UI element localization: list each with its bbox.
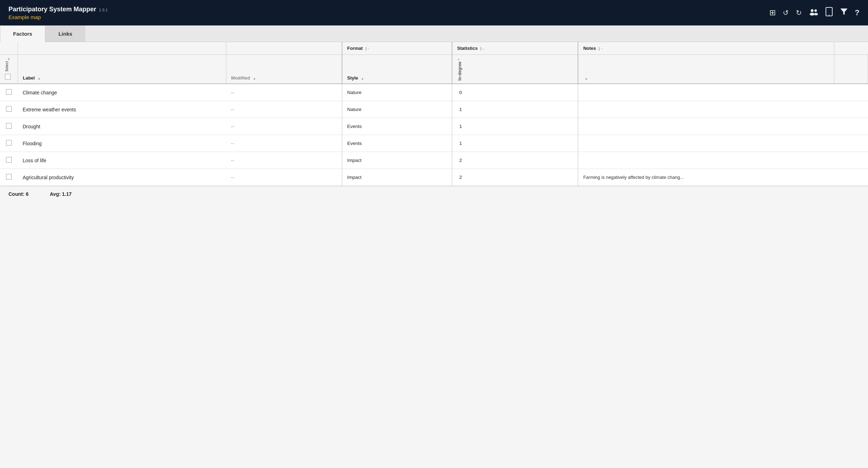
row-checkbox[interactable] (6, 106, 12, 112)
factors-table: Format |→ Statistics |→ Notes |→ ▲ Selec… (0, 42, 868, 186)
row-spacer-cell (834, 152, 868, 169)
table-row: Flooding -- Events 1 (0, 135, 868, 152)
spacer-col-group (834, 42, 868, 55)
modified-col-header[interactable]: Modified ▲ (226, 55, 342, 84)
row-spacer-cell (834, 84, 868, 101)
row-notes-cell: Farming is negatively affected by climat… (578, 169, 834, 186)
label-col-label: Label (23, 75, 35, 81)
format-expand-icon[interactable]: |→ (365, 47, 370, 51)
row-notes-cell (578, 152, 834, 169)
row-label-cell: Agricultural productivity (18, 169, 226, 186)
row-modified-cell: -- (226, 118, 342, 135)
in-degree-header-inner: ▲ In-degree (457, 58, 573, 81)
row-modified-cell: -- (226, 169, 342, 186)
tablet-icon[interactable] (825, 7, 833, 18)
table-footer: Count: 6 Avg: 1.17 (0, 186, 868, 202)
table-row: Loss of life -- Impact 2 (0, 152, 868, 169)
stats-expand-icon[interactable]: |→ (480, 47, 485, 51)
row-modified-cell: -- (226, 135, 342, 152)
row-spacer-cell (834, 118, 868, 135)
modified-sort-arrow: ▲ (253, 77, 256, 80)
row-checkbox[interactable] (6, 157, 12, 163)
row-style-cell: Events (342, 135, 452, 152)
select-col-header-sub: ▲ Select (0, 55, 18, 84)
row-select-cell[interactable] (0, 169, 18, 186)
select-col-header (0, 42, 18, 55)
map-name: Example map (8, 14, 108, 20)
row-spacer-cell (834, 101, 868, 118)
notes-col-group: Notes |→ (578, 42, 834, 55)
notes-col-header-sub[interactable]: ▲ (578, 55, 834, 84)
app-title-area: Participatory System Mapper 1.9.1 Exampl… (8, 6, 108, 20)
table-row: Climate change -- Nature 0 (0, 84, 868, 101)
row-in-degree-cell: 2 (452, 169, 578, 186)
stats-col-group: Statistics |→ (452, 42, 578, 55)
row-notes-cell (578, 135, 834, 152)
row-spacer-cell (834, 169, 868, 186)
row-modified-cell: -- (226, 152, 342, 169)
row-in-degree-cell: 2 (452, 152, 578, 169)
row-spacer-cell (834, 135, 868, 152)
format-group-label: Format (347, 46, 363, 51)
select-label: Select (5, 61, 9, 71)
filter-icon[interactable] (840, 8, 848, 18)
row-select-cell[interactable] (0, 101, 18, 118)
row-in-degree-cell: 1 (452, 101, 578, 118)
row-label-cell: Drought (18, 118, 226, 135)
in-degree-col-header[interactable]: ▲ In-degree (452, 55, 578, 84)
modified-col-label: Modified (231, 75, 250, 81)
select-up-arrow: ▲ (5, 57, 13, 60)
row-checkbox[interactable] (6, 174, 12, 180)
modified-col-group (226, 42, 342, 55)
in-degree-up-arrow: ▲ (457, 58, 460, 61)
row-in-degree-cell: 0 (452, 84, 578, 101)
app-title-text: Participatory System Mapper (8, 6, 96, 13)
style-col-label: Style (347, 75, 358, 81)
table-row: Drought -- Events 1 (0, 118, 868, 135)
label-col-group (18, 42, 226, 55)
style-col-header[interactable]: Style ▲ (342, 55, 452, 84)
header-toolbar: ⊞ ↺ ↻ ? (769, 7, 860, 18)
undo-icon[interactable]: ↺ (783, 8, 789, 17)
row-label-cell: Flooding (18, 135, 226, 152)
row-checkbox[interactable] (6, 89, 12, 95)
stats-group-label: Statistics (457, 46, 478, 51)
notes-expand-icon[interactable]: |→ (599, 47, 603, 51)
label-col-header[interactable]: Label ▲ (18, 55, 226, 84)
sub-header-row: ▲ Select Label ▲ Modified ▲ Style ▲ (0, 55, 868, 84)
row-modified-cell: -- (226, 84, 342, 101)
style-sort-arrow: ▲ (361, 77, 364, 80)
select-all-checkbox[interactable] (5, 74, 11, 80)
label-sort-arrow: ▲ (37, 77, 41, 80)
row-select-cell[interactable] (0, 84, 18, 101)
row-notes-cell (578, 84, 834, 101)
row-style-cell: Nature (342, 84, 452, 101)
factors-table-container: Format |→ Statistics |→ Notes |→ ▲ Selec… (0, 42, 868, 186)
row-select-cell[interactable] (0, 135, 18, 152)
row-style-cell: Impact (342, 169, 452, 186)
row-notes-cell (578, 118, 834, 135)
row-checkbox[interactable] (6, 123, 12, 129)
row-label-cell: Loss of life (18, 152, 226, 169)
tabs-bar: Factors Links (0, 25, 868, 42)
row-select-cell[interactable] (0, 118, 18, 135)
app-title: Participatory System Mapper 1.9.1 (8, 6, 108, 13)
svg-point-2 (814, 9, 817, 12)
add-icon[interactable]: ⊞ (769, 8, 776, 17)
table-row: Agricultural productivity -- Impact 2 Fa… (0, 169, 868, 186)
tab-factors[interactable]: Factors (0, 25, 45, 42)
svg-marker-6 (840, 8, 847, 15)
tab-links[interactable]: Links (45, 25, 85, 42)
users-icon[interactable] (809, 8, 818, 18)
row-in-degree-cell: 1 (452, 135, 578, 152)
row-style-cell: Nature (342, 101, 452, 118)
in-degree-label: In-degree (457, 62, 462, 81)
row-select-cell[interactable] (0, 152, 18, 169)
svg-point-3 (814, 13, 818, 15)
redo-icon[interactable]: ↻ (796, 8, 802, 17)
svg-point-0 (811, 9, 814, 12)
count-label: Count: 6 (8, 191, 29, 197)
help-icon[interactable]: ? (855, 8, 860, 17)
row-style-cell: Impact (342, 152, 452, 169)
row-checkbox[interactable] (6, 140, 12, 146)
